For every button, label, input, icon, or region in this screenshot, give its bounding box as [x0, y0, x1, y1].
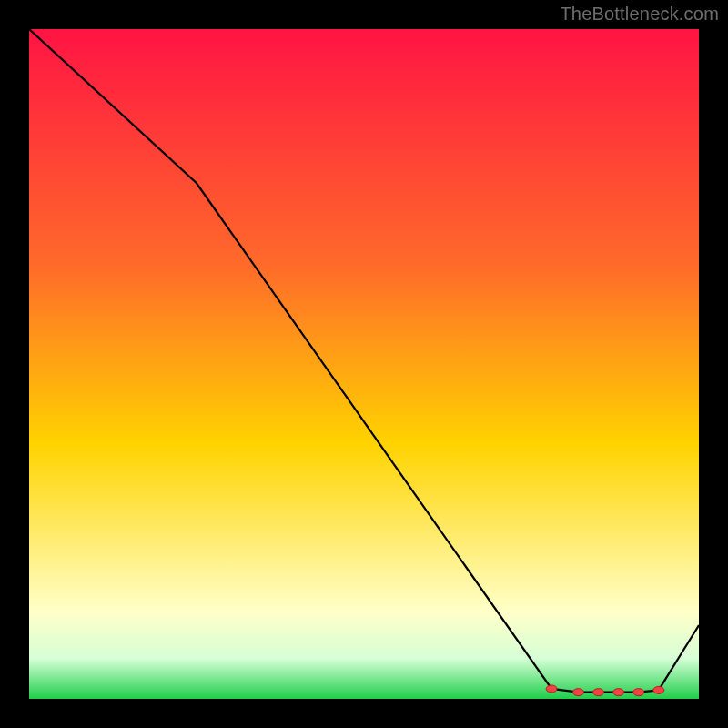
plot-area — [29, 29, 699, 699]
marker-dot — [653, 686, 664, 693]
watermark-text: TheBottleneck.com — [560, 4, 719, 25]
chart-frame: TheBottleneck.com — [0, 0, 728, 728]
marker-dot — [593, 689, 604, 696]
marker-dot — [613, 689, 624, 696]
marker-dot — [546, 685, 557, 693]
marker-dot — [573, 689, 584, 696]
chart-svg — [29, 29, 699, 699]
marker-dot — [633, 689, 644, 696]
chart-background-gradient — [29, 29, 699, 699]
